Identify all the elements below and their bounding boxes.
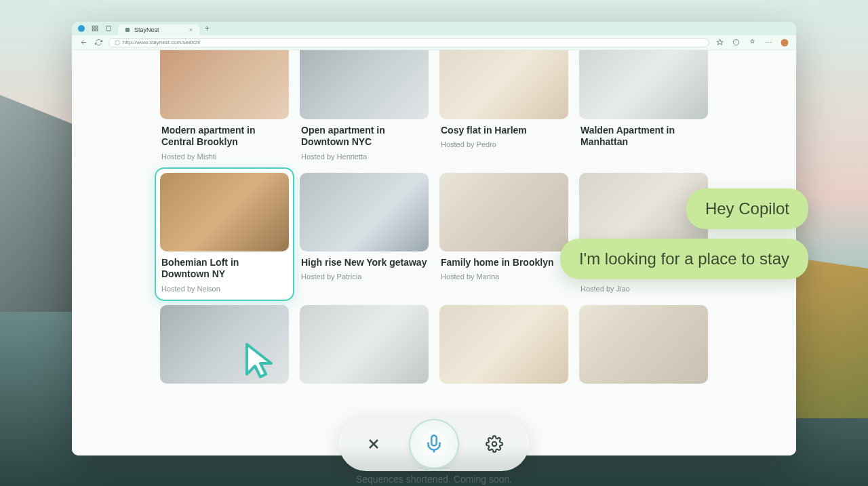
workspace-icon[interactable] [91, 24, 99, 33]
listing-title: Cosy flat in Harlem [439, 123, 568, 137]
listing-thumbnail [579, 50, 708, 119]
listing-card[interactable]: Modern apartment in Central Brooklyn Hos… [160, 50, 289, 163]
voice-control-bar [339, 417, 529, 471]
listing-host: Hosted by Jiao [579, 285, 708, 296]
svg-rect-2 [96, 26, 98, 28]
edge-logo-icon [77, 24, 85, 33]
listing-thumbnail [160, 305, 289, 384]
new-tab-button[interactable]: + [205, 24, 210, 33]
copilot-bubble: Hey Copilot [686, 188, 808, 229]
listing-title: Family home in Brooklyn [439, 256, 568, 269]
listing-card[interactable] [439, 305, 568, 384]
listing-title: High rise New York getaway [300, 256, 429, 269]
listing-card[interactable] [300, 305, 429, 384]
svg-point-7 [115, 40, 120, 45]
listing-card[interactable]: Family home in Brooklyn Hosted by Marina [439, 173, 568, 296]
svg-point-8 [733, 39, 738, 45]
svg-point-9 [781, 39, 789, 46]
listing-host: Hosted by Mishti [160, 153, 289, 163]
listing-host: Hosted by Patricia [300, 272, 429, 283]
svg-rect-6 [125, 28, 130, 32]
microphone-button[interactable] [410, 420, 458, 468]
svg-rect-4 [96, 29, 98, 31]
refresh-icon[interactable] [94, 38, 103, 47]
listing-card-highlighted[interactable]: Bohemian Loft in Downtown NY Hosted by N… [155, 167, 294, 301]
demo-caption: Sequences shortened. Coming soon. [356, 474, 512, 485]
listing-card[interactable]: Cosy flat in Harlem Hosted by Pedro [439, 50, 568, 163]
listing-host [579, 153, 708, 155]
browser-tab[interactable]: StayNest × [118, 24, 199, 35]
svg-rect-3 [92, 29, 94, 31]
listing-host: Hosted by Pedro [439, 140, 568, 151]
settings-button[interactable] [482, 432, 507, 456]
listing-thumbnail [160, 50, 289, 119]
toolbar-right: ⋯ [715, 38, 789, 47]
tab-close-icon[interactable]: × [189, 26, 193, 33]
tab-title: StayNest [134, 26, 159, 33]
svg-point-11 [492, 442, 497, 447]
listing-thumbnail [439, 305, 568, 384]
site-info-icon [115, 40, 120, 45]
sync-icon[interactable] [731, 38, 741, 47]
close-voice-button[interactable] [361, 432, 386, 456]
listing-card[interactable] [579, 305, 708, 384]
listing-card[interactable] [160, 305, 289, 384]
star-icon[interactable] [715, 38, 724, 47]
listing-title: Bohemian Loft in Downtown NY [160, 256, 289, 281]
titlebar: StayNest × + [72, 22, 796, 35]
extensions-icon[interactable] [747, 38, 757, 47]
listing-thumbnail [300, 305, 429, 384]
listing-thumbnail [160, 173, 289, 251]
svg-rect-5 [106, 26, 111, 31]
url-text: http://www.staynest.com/search/ [123, 39, 201, 45]
tab-favicon-icon [125, 27, 130, 33]
listing-card[interactable]: Open apartment in Downtown NYC Hosted by… [300, 50, 429, 163]
listing-host: Hosted by Henrietta [300, 153, 429, 163]
url-input[interactable]: http://www.staynest.com/search/ [108, 38, 709, 47]
listing-card[interactable]: Walden Apartment in Manhattan [579, 50, 708, 163]
svg-rect-10 [431, 436, 437, 446]
listing-thumbnail [439, 50, 568, 119]
svg-rect-1 [92, 26, 94, 28]
tab-actions-icon[interactable] [104, 24, 113, 33]
listing-card[interactable]: High rise New York getaway Hosted by Pat… [300, 173, 429, 296]
listing-title: Open apartment in Downtown NYC [300, 123, 429, 148]
listing-thumbnail [300, 173, 429, 251]
listing-thumbnail [439, 173, 568, 251]
profile-avatar-icon[interactable] [780, 38, 789, 47]
svg-point-0 [78, 25, 85, 32]
listing-title: Walden Apartment in Manhattan [579, 123, 708, 148]
back-icon[interactable] [79, 38, 88, 47]
listing-thumbnail [579, 305, 708, 384]
copilot-bubbles: Hey Copilot I'm looking for a place to s… [560, 188, 808, 279]
listing-title: Modern apartment in Central Brooklyn [160, 123, 289, 148]
listing-host: Hosted by Nelson [160, 285, 289, 296]
address-bar: http://www.staynest.com/search/ ⋯ [72, 35, 796, 50]
listing-thumbnail [300, 50, 429, 119]
copilot-bubble: I'm looking for a place to stay [560, 239, 808, 279]
listing-host: Hosted by Marina [439, 272, 568, 283]
more-icon[interactable]: ⋯ [764, 38, 773, 47]
